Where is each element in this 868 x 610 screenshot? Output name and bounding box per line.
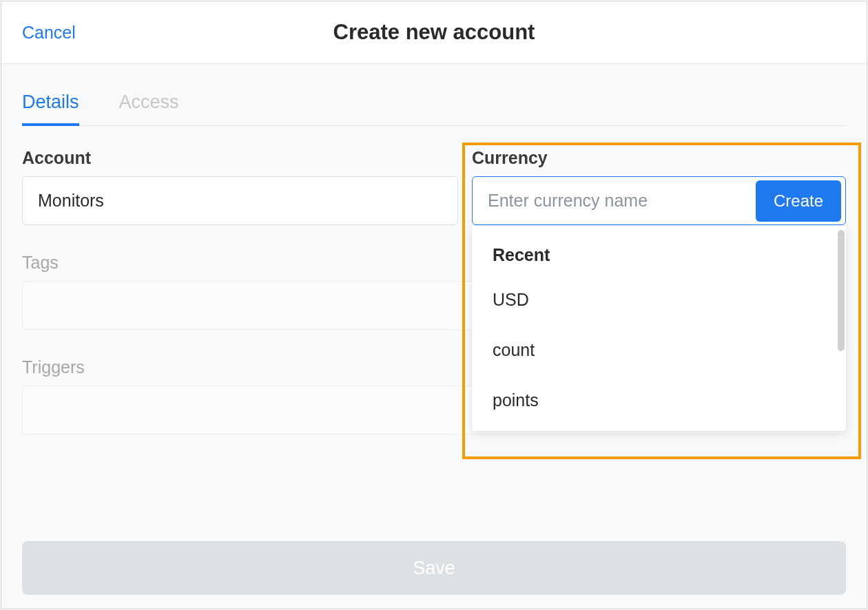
currency-dropdown-item[interactable]: points [472,375,846,425]
form-row-account-currency: Account Currency Create Recent USD count [22,148,846,225]
account-input[interactable] [22,176,458,225]
currency-field-group: Currency Create Recent USD count points [472,148,846,225]
tab-access[interactable]: Access [119,92,179,126]
modal-title: Create new account [333,20,535,45]
currency-label: Currency [472,148,846,168]
modal-header: Cancel Create new account [1,1,867,63]
currency-dropdown: Recent USD count points [472,226,846,431]
currency-dropdown-item[interactable]: USD [472,275,846,325]
tab-details[interactable]: Details [22,92,79,126]
account-label: Account [22,148,458,168]
currency-dropdown-item[interactable]: count [472,325,846,375]
currency-input-row: Create [472,176,846,225]
currency-create-button[interactable]: Create [756,180,841,222]
save-button[interactable]: Save [22,541,846,595]
account-field-group: Account [22,148,458,225]
modal-body: Details Access Account Currency Create R… [1,63,867,609]
modal-window: Cancel Create new account Details Access… [1,1,867,609]
cancel-button[interactable]: Cancel [22,23,76,43]
currency-field-wrap: Currency Create Recent USD count points [472,148,846,225]
tabs: Details Access [22,64,846,126]
currency-input[interactable] [488,177,756,224]
dropdown-scrollbar[interactable] [838,230,845,351]
currency-dropdown-header: Recent [472,238,846,275]
